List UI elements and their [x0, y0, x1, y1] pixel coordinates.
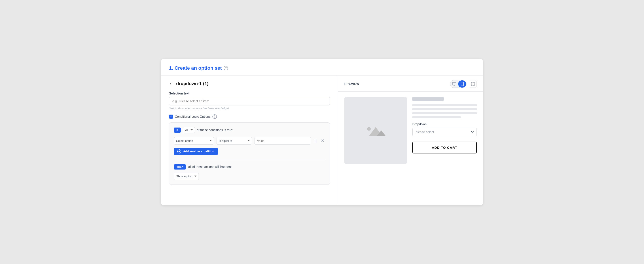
then-row: Then all of these actions will happen:	[174, 164, 325, 170]
mobile-icon	[461, 82, 464, 86]
condition-header: If All of these conditions is true:	[174, 127, 325, 133]
preview-label: PREVIEW	[344, 82, 359, 85]
drag-icon[interactable]: ⣿	[313, 138, 318, 144]
conditional-logic-row: Conditional Logic Options ?	[169, 114, 330, 119]
selection-text-input[interactable]	[169, 97, 330, 105]
select-option-dropdown[interactable]: Select option	[174, 137, 214, 145]
product-line-4	[412, 116, 461, 118]
operator-dropdown[interactable]: Is equal to	[216, 137, 252, 145]
add-to-cart-button[interactable]: ADD TO CART	[412, 142, 477, 153]
svg-point-5	[367, 127, 371, 131]
mountain-icon	[364, 123, 387, 138]
main-card: 1. Create an option set ? ← dropdown-1 (…	[161, 59, 483, 205]
right-panel: PREVIEW	[338, 76, 483, 205]
left-panel: ← dropdown-1 (1) Selection text Text to …	[161, 76, 338, 205]
preview-content: Dropdown please select ADD TO CART	[338, 92, 483, 169]
page-title-text: 1. Create an option set	[169, 65, 222, 71]
preview-dropdown[interactable]: please select	[412, 128, 477, 136]
product-line-2	[412, 108, 477, 110]
add-condition-button[interactable]: + Add another condition	[174, 148, 218, 155]
preview-dropdown-label: Dropdown	[412, 122, 477, 126]
value-input[interactable]	[254, 137, 311, 145]
plus-icon: +	[177, 149, 181, 153]
actions-suffix-text: all of these actions will happen:	[188, 165, 232, 169]
preview-header: PREVIEW	[338, 76, 483, 92]
help-icon[interactable]: ?	[224, 66, 228, 70]
svg-point-2	[462, 85, 462, 85]
conditions-box: If All of these conditions is true: Sele…	[169, 122, 330, 185]
preview-controls	[450, 80, 477, 88]
selection-text-section: Selection text Text to show when no valu…	[169, 92, 330, 110]
page-title: 1. Create an option set ?	[169, 65, 475, 71]
desktop-icon	[452, 82, 456, 86]
if-tag: If	[174, 128, 181, 133]
desktop-view-button[interactable]	[450, 80, 458, 88]
remove-condition-icon[interactable]: ✕	[320, 137, 325, 144]
selection-text-hint: Text to show when no value has been sele…	[169, 107, 330, 110]
card-header: 1. Create an option set ?	[161, 59, 483, 76]
then-tag: Then	[174, 164, 186, 170]
show-option-select[interactable]: Show option	[174, 173, 199, 180]
selection-text-label: Selection text	[169, 92, 330, 95]
back-nav: ← dropdown-1 (1)	[169, 81, 330, 86]
back-arrow-icon[interactable]: ←	[169, 81, 174, 86]
product-line-1	[412, 104, 477, 106]
divider	[174, 160, 325, 160]
nav-title: dropdown-1 (1)	[176, 81, 208, 86]
product-details: Dropdown please select ADD TO CART	[412, 97, 477, 153]
product-line-3	[412, 112, 477, 114]
product-image-placeholder	[344, 97, 407, 164]
product-title-placeholder	[412, 97, 444, 101]
card-body: ← dropdown-1 (1) Selection text Text to …	[161, 76, 483, 205]
conditional-logic-help-icon[interactable]: ?	[212, 114, 217, 119]
all-select[interactable]: All	[183, 127, 195, 133]
svg-rect-0	[452, 82, 456, 85]
expand-button[interactable]	[469, 80, 477, 88]
mobile-view-button[interactable]	[458, 80, 466, 88]
view-toggle	[450, 80, 466, 88]
add-condition-label: Add another condition	[183, 150, 214, 153]
conditional-logic-label: Conditional Logic Options	[175, 115, 211, 118]
condition-row: Select option Is equal to ⣿ ✕	[174, 137, 325, 145]
expand-icon	[471, 82, 475, 86]
conditional-logic-checkbox[interactable]	[169, 115, 173, 119]
conditions-true-text: of these conditions is true:	[197, 128, 233, 132]
